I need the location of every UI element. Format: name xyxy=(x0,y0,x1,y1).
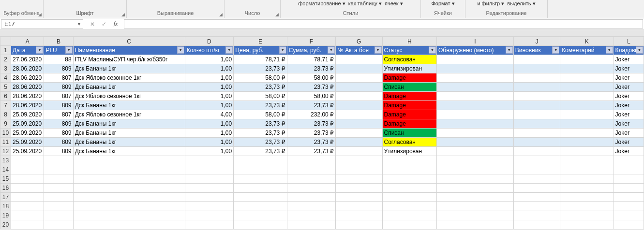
cell[interactable] xyxy=(11,211,44,220)
spreadsheet-grid[interactable]: ABCDEFGHIJKL 1Дата▼PLU▼Наименование▼Кол-… xyxy=(0,37,644,230)
cell[interactable]: 809 xyxy=(44,64,73,73)
cell[interactable] xyxy=(185,184,233,193)
cell[interactable]: 1,00 xyxy=(185,147,233,156)
conditional-formatting-button[interactable]: форматирование ▾ xyxy=(298,0,345,7)
cell[interactable] xyxy=(513,64,560,73)
cell[interactable]: 23,73 ₽ xyxy=(287,83,335,92)
cell[interactable] xyxy=(336,220,382,230)
cell[interactable] xyxy=(513,193,560,202)
table-row[interactable]: 18 xyxy=(0,202,644,211)
cell[interactable] xyxy=(382,165,437,174)
cell[interactable] xyxy=(44,220,73,230)
cell[interactable] xyxy=(336,83,382,92)
cell[interactable]: 4,00 xyxy=(185,110,233,119)
column-header-A[interactable]: A xyxy=(11,37,44,46)
cell[interactable] xyxy=(437,138,514,147)
cell[interactable]: Joker xyxy=(614,83,644,92)
cell[interactable] xyxy=(185,220,233,230)
table-row[interactable]: 13 xyxy=(0,156,644,165)
table-column-header[interactable]: Сумма, руб.▼ xyxy=(287,46,335,55)
filter-dropdown-icon[interactable]: ▼ xyxy=(636,46,643,54)
cell[interactable]: 1,00 xyxy=(185,138,233,147)
cell[interactable] xyxy=(287,184,335,193)
cell[interactable] xyxy=(437,83,514,92)
cell[interactable]: Согласован xyxy=(382,138,437,147)
cell[interactable]: Damage xyxy=(382,119,437,129)
row-header[interactable]: 16 xyxy=(0,184,11,193)
cell[interactable] xyxy=(560,119,614,129)
table-column-header[interactable]: Кол-во шт/кг▼ xyxy=(185,46,233,55)
cell[interactable]: Joker xyxy=(614,119,644,129)
cell[interactable] xyxy=(513,119,560,129)
cell[interactable]: 1,00 xyxy=(185,129,233,138)
cell[interactable] xyxy=(437,220,514,230)
cell[interactable] xyxy=(185,202,233,211)
expand-icon[interactable]: ◢ xyxy=(274,12,279,17)
cell[interactable]: 28.06.2020 xyxy=(11,73,44,83)
row-header[interactable]: 7 xyxy=(0,101,11,110)
cell[interactable] xyxy=(437,147,514,156)
cell[interactable] xyxy=(437,55,514,64)
cell[interactable] xyxy=(614,184,644,193)
cell[interactable]: Damage xyxy=(382,73,437,83)
cell[interactable] xyxy=(560,101,614,110)
table-column-header[interactable]: Коментарий▼ xyxy=(560,46,614,55)
cell[interactable] xyxy=(336,174,382,184)
column-header-C[interactable]: C xyxy=(73,37,185,46)
cell[interactable] xyxy=(336,101,382,110)
filter-dropdown-icon[interactable]: ▼ xyxy=(552,46,559,54)
cell[interactable] xyxy=(560,220,614,230)
row-header[interactable]: 13 xyxy=(0,156,11,165)
cell[interactable]: Joker xyxy=(614,147,644,156)
cell[interactable] xyxy=(614,165,644,174)
cell[interactable]: 28.06.2020 xyxy=(11,92,44,101)
cell[interactable] xyxy=(234,156,287,165)
cell[interactable] xyxy=(44,193,73,202)
cell[interactable]: 23,73 ₽ xyxy=(234,64,287,73)
cell[interactable] xyxy=(73,193,185,202)
cell[interactable] xyxy=(287,174,335,184)
row-header[interactable]: 2 xyxy=(0,55,11,64)
cell[interactable] xyxy=(73,165,185,174)
filter-dropdown-icon[interactable]: ▼ xyxy=(177,46,184,54)
cell[interactable] xyxy=(560,174,614,184)
cell[interactable]: Списан xyxy=(382,129,437,138)
cell[interactable] xyxy=(336,92,382,101)
cell[interactable] xyxy=(560,184,614,193)
cell[interactable]: 809 xyxy=(44,138,73,147)
cell[interactable] xyxy=(382,202,437,211)
table-row[interactable]: 20 xyxy=(0,220,644,230)
row-header[interactable]: 8 xyxy=(0,110,11,119)
cell[interactable]: 27.06.2020 xyxy=(11,55,44,64)
table-column-header[interactable]: № Акта боя▼ xyxy=(336,46,382,55)
cell[interactable] xyxy=(336,184,382,193)
filter-dropdown-icon[interactable]: ▼ xyxy=(279,46,286,54)
table-row[interactable]: 825.09.2020807Дск Яблоко сезонное 1кг4,0… xyxy=(0,110,644,119)
cell[interactable] xyxy=(614,202,644,211)
cell[interactable]: Дск Бананы 1кг xyxy=(73,147,185,156)
cell[interactable] xyxy=(382,211,437,220)
cell[interactable] xyxy=(336,73,382,83)
cell[interactable]: Joker xyxy=(614,101,644,110)
cell[interactable] xyxy=(513,55,560,64)
cell[interactable] xyxy=(185,211,233,220)
cell[interactable] xyxy=(437,202,514,211)
cell[interactable]: 807 xyxy=(44,110,73,119)
cell[interactable] xyxy=(560,55,614,64)
table-row[interactable]: 16 xyxy=(0,184,644,193)
cell[interactable]: Дск Бананы 1кг xyxy=(73,138,185,147)
row-header[interactable]: 3 xyxy=(0,64,11,73)
cell[interactable] xyxy=(44,211,73,220)
cell[interactable]: 23,73 ₽ xyxy=(287,147,335,156)
cell[interactable]: 809 xyxy=(44,147,73,156)
cell[interactable] xyxy=(11,220,44,230)
cell[interactable]: Joker xyxy=(614,110,644,119)
cell[interactable]: Дск Бананы 1кг xyxy=(73,101,185,110)
cell[interactable]: 809 xyxy=(44,83,73,92)
cell[interactable]: 28.06.2020 xyxy=(11,83,44,92)
cell[interactable] xyxy=(513,129,560,138)
row-header[interactable]: 12 xyxy=(0,147,11,156)
cell[interactable] xyxy=(234,193,287,202)
column-header-H[interactable]: H xyxy=(382,37,437,46)
cell[interactable] xyxy=(336,193,382,202)
